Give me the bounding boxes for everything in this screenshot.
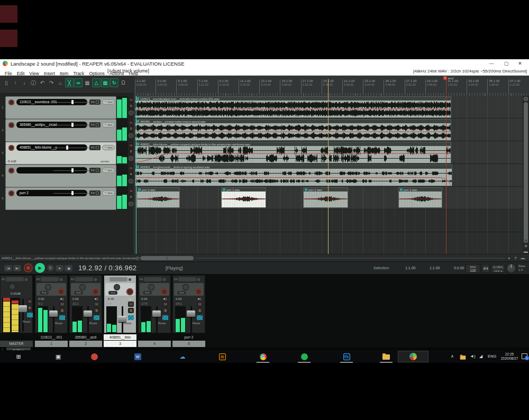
close-button[interactable]: ✕ bbox=[514, 59, 526, 68]
envelope-icon[interactable]: △ bbox=[92, 78, 101, 87]
track-row-2[interactable]: 2365980__azdipu__cicadFX⌃ trimMS bbox=[0, 119, 133, 141]
track-row-1[interactable]: 1110613__soundsca .001FX⌃ trimMS bbox=[0, 96, 133, 118]
rate-value[interactable]: 1.0 bbox=[518, 268, 526, 272]
photoshop[interactable]: Ps bbox=[342, 352, 351, 361]
horizontal-scroll-cap[interactable] bbox=[135, 257, 139, 260]
channel-solo-button[interactable]: S bbox=[94, 308, 99, 313]
channel-route-label[interactable]: Route bbox=[158, 322, 166, 325]
channel-record-arm[interactable] bbox=[195, 288, 202, 295]
metronome-icon[interactable]: ⌂ bbox=[56, 78, 65, 87]
solo-button[interactable]: S bbox=[129, 194, 133, 199]
channel-pan-knob[interactable] bbox=[148, 284, 154, 290]
master-fader[interactable] bbox=[19, 305, 27, 312]
fx-slot[interactable] bbox=[6, 277, 24, 281]
action-center-icon[interactable]: 1 bbox=[522, 353, 527, 359]
app-red[interactable] bbox=[90, 352, 98, 361]
timeline-ruler[interactable]: 1.1.000:00.003.1.000:04.005.1.000:08.007… bbox=[135, 76, 529, 96]
scrollbar-cap[interactable] bbox=[524, 97, 528, 101]
channel-route-icon[interactable] bbox=[128, 315, 134, 320]
pan-knob[interactable] bbox=[129, 156, 133, 161]
channel-route-label[interactable]: Route bbox=[55, 322, 63, 325]
chrome[interactable] bbox=[259, 352, 267, 361]
undo-icon[interactable]: ↶ bbox=[38, 78, 47, 87]
media-item[interactable]: ipurr 2.wav bbox=[398, 187, 442, 208]
menu-insert[interactable]: Insert bbox=[44, 70, 55, 77]
channel-solo-button[interactable]: S bbox=[197, 308, 203, 313]
horizontal-scroll-track[interactable] bbox=[196, 258, 505, 259]
fx-dot-button[interactable] bbox=[25, 278, 28, 281]
illustrator[interactable]: Ai bbox=[218, 352, 226, 361]
save-project-icon[interactable]: ↓ bbox=[20, 78, 29, 87]
record-arm-button[interactable] bbox=[8, 122, 14, 128]
project-settings-icon[interactable]: ⓘ bbox=[29, 78, 38, 87]
pause-button[interactable]: ▮▮ bbox=[65, 265, 72, 271]
channel-fader[interactable] bbox=[118, 316, 126, 322]
channel-number[interactable]: 1 bbox=[35, 341, 68, 347]
fx-button[interactable]: FX bbox=[89, 168, 101, 173]
volume-slider-handle[interactable] bbox=[71, 191, 74, 195]
play-button[interactable]: ▶ bbox=[35, 263, 45, 273]
onedrive[interactable]: ☁ bbox=[178, 352, 187, 361]
channel-fx-row[interactable]: FX bbox=[174, 277, 204, 282]
pan-knob[interactable] bbox=[129, 179, 133, 184]
channel-pan-knob[interactable] bbox=[45, 284, 51, 290]
menu-track[interactable]: Track bbox=[73, 70, 84, 77]
track-panel[interactable]: 365980__azdipu__cicadFX⌃ trim bbox=[5, 119, 116, 142]
pan-knob[interactable] bbox=[129, 111, 133, 115]
stop-button[interactable]: ■ bbox=[56, 265, 63, 271]
fx-dot-button[interactable] bbox=[163, 278, 166, 281]
menu-options[interactable]: Options bbox=[89, 70, 104, 77]
volume-slider-handle[interactable] bbox=[71, 123, 74, 127]
channel-mute-button[interactable]: M bbox=[128, 302, 134, 307]
channel-route-icon[interactable] bbox=[94, 315, 99, 320]
vertical-scroll-thumb[interactable] bbox=[524, 102, 528, 243]
go-to-start-button[interactable]: |◀ bbox=[4, 265, 12, 271]
channel-pan-knob[interactable] bbox=[114, 284, 120, 290]
channel-mute-button[interactable]: M bbox=[162, 302, 168, 307]
mute-button[interactable]: M bbox=[129, 188, 133, 193]
grid-icon[interactable]: ▦ bbox=[83, 78, 92, 87]
channel-number[interactable]: 3 bbox=[104, 341, 136, 347]
new-project-icon[interactable]: ▯ bbox=[2, 78, 11, 87]
channel-route-icon[interactable] bbox=[162, 315, 168, 320]
fx-slot[interactable] bbox=[41, 277, 59, 281]
tray-clock[interactable]: 22:25 2020/08/27 bbox=[496, 352, 523, 361]
channel-route-label[interactable]: Route bbox=[193, 322, 200, 325]
channel-solo-button[interactable]: S bbox=[128, 308, 134, 313]
horizontal-scroll-thumb[interactable] bbox=[141, 256, 194, 260]
channel-record-arm[interactable] bbox=[58, 288, 65, 295]
channel-input-button[interactable]: in ● bbox=[143, 291, 152, 295]
mute-button[interactable]: M bbox=[129, 120, 133, 125]
master-route-icon[interactable] bbox=[27, 313, 33, 317]
channel-solo-button[interactable]: S bbox=[59, 308, 65, 313]
fx-enable-box[interactable] bbox=[96, 191, 99, 195]
master-pan-knob[interactable] bbox=[9, 284, 15, 290]
mixer-channel-4[interactable]: FXin ●0.00◄)-17.5MSRoute bbox=[138, 275, 171, 333]
word[interactable]: W bbox=[133, 352, 142, 361]
ripple-edit-icon[interactable]: ↻ bbox=[110, 78, 118, 87]
global-automation-box[interactable]: GLOBAL none ● bbox=[491, 264, 505, 273]
master-fx-row[interactable]: FX bbox=[2, 277, 31, 282]
master-route-label[interactable]: Route bbox=[23, 320, 31, 323]
audio-device-status[interactable]: [48kHz 24bit WAV : 2/2ch 1024spls ~55/20… bbox=[413, 68, 527, 75]
media-item[interactable]: i408651__felix-blume__yellow-rumped-caci… bbox=[135, 142, 451, 163]
menu-edit[interactable]: Edit bbox=[17, 70, 25, 77]
channel-volume-readout[interactable]: 0.00 bbox=[141, 297, 148, 300]
channel-solo-button[interactable]: S bbox=[162, 308, 168, 313]
task-view-button[interactable]: ▣ bbox=[54, 352, 62, 361]
scroll-dot-button[interactable]: ● bbox=[508, 256, 510, 260]
record-button[interactable] bbox=[24, 263, 33, 272]
channel-mute-button[interactable]: M bbox=[59, 302, 65, 307]
fx-dot-button[interactable] bbox=[197, 278, 200, 281]
arrange-area[interactable]: i110613__soundscalpel-com__animals-insec… bbox=[135, 96, 529, 254]
channel-fx-row[interactable]: FX bbox=[37, 277, 66, 282]
channel-number[interactable]: 4 bbox=[138, 341, 171, 347]
tray-chevron-icon[interactable]: ∧ bbox=[451, 354, 454, 359]
master-mute-button[interactable]: M bbox=[27, 299, 32, 304]
selection-end[interactable]: 1.1.00 bbox=[430, 266, 440, 270]
media-item[interactable]: ipurr 2.wav bbox=[221, 187, 266, 208]
go-to-end-button[interactable]: ▶| bbox=[13, 265, 21, 271]
time-signature[interactable]: 4/4 bbox=[482, 266, 489, 271]
channel-number[interactable]: 2 bbox=[69, 341, 102, 347]
channel-fx-row[interactable]: FX bbox=[105, 277, 135, 282]
